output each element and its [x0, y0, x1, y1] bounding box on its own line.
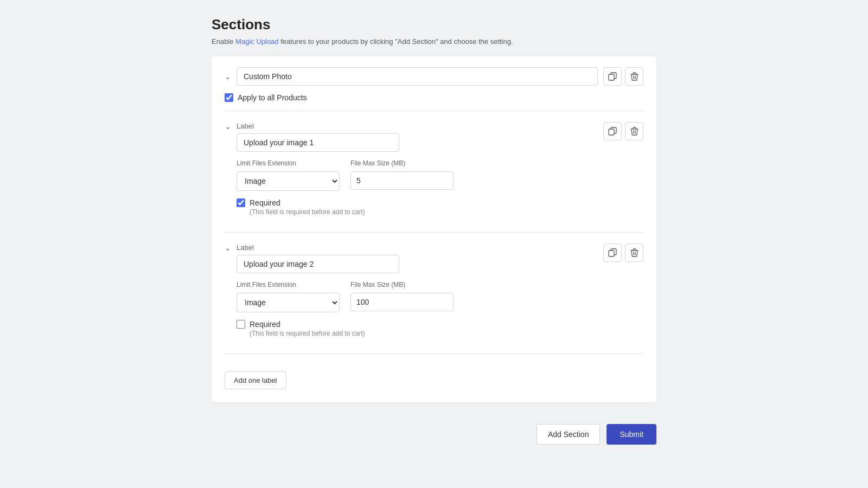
trash-icon-label1 — [630, 127, 639, 136]
label-1-file-max-group: File Max Size (MB) MB — [350, 159, 454, 191]
label-1-required-row: Required — [237, 198, 598, 207]
label-section-1-header: ⌄ Label Limit Files Extension Image PDF … — [225, 122, 643, 216]
copy-icon — [608, 72, 617, 81]
label-section-2-content: Label Limit Files Extension Image PDF An… — [237, 243, 598, 337]
svg-rect-1 — [609, 74, 614, 80]
label-1-delete-button[interactable] — [625, 122, 643, 140]
section-delete-button[interactable] — [625, 67, 643, 86]
label-2-required-checkbox[interactable] — [237, 320, 245, 329]
label-2-fields-row: Limit Files Extension Image PDF Any File… — [237, 281, 598, 312]
copy-icon-label1 — [608, 127, 617, 136]
bottom-bar: Add Section Submit — [212, 413, 656, 450]
label-section-2: ⌄ Label Limit Files Extension Image PDF … — [225, 241, 643, 345]
magic-upload-link[interactable]: Magic Upload — [235, 37, 279, 46]
section-card: ⌄ Apply to all Products — [212, 56, 656, 402]
trash-icon — [630, 72, 639, 81]
page-subtitle: Enable Magic Upload features to your pro… — [212, 37, 656, 46]
label-1-limit-files-select[interactable]: Image PDF Any — [237, 171, 340, 191]
divider-2 — [225, 232, 643, 233]
label-2-delete-button[interactable] — [625, 243, 643, 262]
page-title: Sections — [212, 16, 656, 33]
add-section-button[interactable]: Add Section — [537, 424, 601, 445]
label-1-file-max-wrap: MB — [350, 171, 454, 190]
label-1-file-max-input[interactable] — [351, 172, 454, 189]
label-2-file-max-label: File Max Size (MB) — [350, 281, 454, 288]
label-1-required-hint: (This field is required before add to ca… — [250, 208, 598, 216]
trash-icon-label2 — [630, 248, 639, 257]
label-1-required-checkbox[interactable] — [237, 198, 245, 207]
label-section-2-header: ⌄ Label Limit Files Extension Image PDF … — [225, 243, 643, 337]
label-1-input[interactable] — [237, 133, 399, 152]
label-1-chevron-icon[interactable]: ⌄ — [225, 122, 231, 131]
label-2-required-hint: (This field is required before add to ca… — [250, 330, 598, 337]
label-2-required-label: Required — [250, 320, 280, 329]
label-2-copy-button[interactable] — [603, 243, 622, 262]
label-section-1-content: Label Limit Files Extension Image PDF An… — [237, 122, 598, 216]
label-1-fields-row: Limit Files Extension Image PDF Any File… — [237, 159, 598, 191]
label-2-chevron-icon[interactable]: ⌄ — [225, 243, 231, 252]
label-2-title: Label — [237, 243, 598, 252]
apply-all-label: Apply to all Products — [238, 93, 307, 102]
label-1-title: Label — [237, 122, 598, 130]
apply-all-checkbox[interactable] — [225, 93, 233, 102]
section-header: ⌄ — [225, 67, 643, 86]
submit-button[interactable]: Submit — [607, 424, 656, 445]
label-1-file-max-label: File Max Size (MB) — [350, 159, 454, 167]
section-copy-button[interactable] — [603, 67, 622, 86]
label-1-limit-files-group: Limit Files Extension Image PDF Any — [237, 159, 340, 191]
label-2-file-max-wrap: MB — [350, 293, 454, 311]
label-2-required-row: Required — [237, 320, 598, 329]
add-label-button[interactable]: Add one label — [225, 371, 286, 389]
label-2-icon-btn-group — [603, 243, 643, 262]
label-2-input[interactable] — [237, 255, 399, 273]
svg-rect-3 — [609, 129, 614, 135]
divider-3 — [225, 354, 643, 354]
section-icon-btn-group — [603, 67, 643, 86]
label-2-file-max-group: File Max Size (MB) MB — [350, 281, 454, 312]
label-2-limit-files-label: Limit Files Extension — [237, 281, 340, 288]
label-2-file-max-input[interactable] — [351, 293, 454, 311]
label-2-limit-files-group: Limit Files Extension Image PDF Any — [237, 281, 340, 312]
label-2-limit-files-select[interactable]: Image PDF Any — [237, 293, 340, 312]
copy-icon-label2 — [608, 248, 617, 257]
divider-1 — [225, 111, 643, 111]
label-1-limit-files-label: Limit Files Extension — [237, 159, 340, 167]
label-1-icon-btn-group — [603, 122, 643, 140]
apply-row: Apply to all Products — [225, 93, 643, 102]
label-1-copy-button[interactable] — [603, 122, 622, 140]
svg-rect-5 — [609, 251, 614, 256]
section-title-input[interactable] — [237, 67, 598, 86]
label-1-required-label: Required — [250, 198, 280, 207]
section-chevron-icon[interactable]: ⌄ — [225, 72, 231, 81]
label-section-1: ⌄ Label Limit Files Extension Image PDF … — [225, 120, 643, 223]
